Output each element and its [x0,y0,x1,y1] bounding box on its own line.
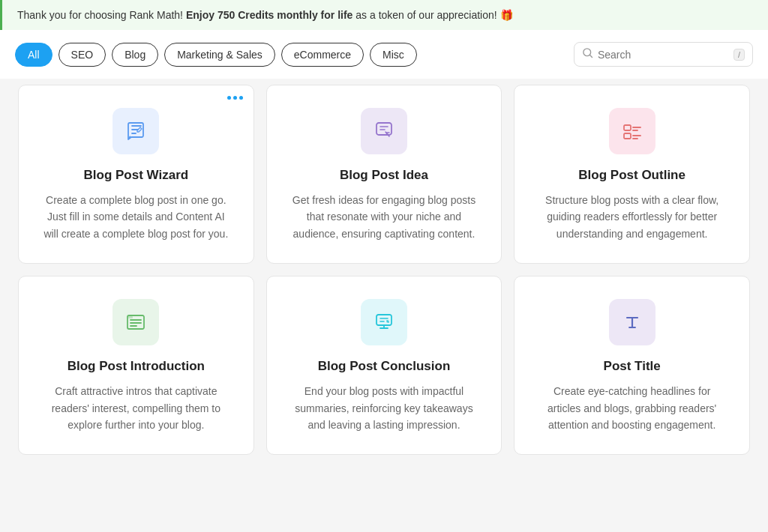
card-title-blog-post-conclusion: Blog Post Conclusion [318,359,451,374]
card-icon-blog-post-idea [361,108,407,154]
search-box[interactable]: / [574,42,753,67]
card-blog-post-outline[interactable]: Blog Post Outline Structure blog posts w… [514,85,750,264]
card-blog-post-conclusion[interactable]: Blog Post Conclusion End your blog posts… [266,276,502,455]
cards-grid: Blog Post Wizard Create a complete blog … [0,79,768,473]
card-desc-blog-post-wizard: Create a complete blog post in one go. J… [40,192,232,242]
card-title-post-title: Post Title [604,359,661,374]
card-blog-post-introduction[interactable]: Blog Post Introduction Craft attractive … [18,276,254,455]
dot2 [233,96,237,100]
svg-rect-4 [624,133,631,139]
filter-btn-blog[interactable]: Blog [112,43,158,67]
search-shortcut: / [734,49,745,61]
search-input[interactable] [598,49,729,61]
filter-btn-ecommerce[interactable]: eCommerce [281,43,364,67]
card-icon-blog-post-conclusion [361,299,407,345]
search-icon [582,47,593,61]
card-title-blog-post-wizard: Blog Post Wizard [84,168,189,183]
card-post-title[interactable]: Post Title Create eye-catching headlines… [514,276,750,455]
banner: Thank you for choosing Rank Math! Enjoy … [0,0,768,30]
filter-bar: AllSEOBlogMarketing & SaleseCommerceMisc… [0,30,768,79]
dot1 [227,96,231,100]
card-blog-post-wizard[interactable]: Blog Post Wizard Create a complete blog … [18,85,254,264]
card-desc-blog-post-introduction: Craft attractive intros that captivate r… [40,383,232,433]
filter-buttons: AllSEOBlogMarketing & SaleseCommerceMisc [15,43,417,67]
filter-btn-all[interactable]: All [15,43,52,67]
card-icon-blog-post-outline [609,108,656,154]
card-title-blog-post-introduction: Blog Post Introduction [68,359,205,374]
card-desc-blog-post-outline: Structure blog posts with a clear flow, … [536,192,728,242]
filter-btn-marketing[interactable]: Marketing & Sales [164,43,275,67]
filter-btn-seo[interactable]: SEO [58,43,106,67]
svg-line-1 [590,55,592,57]
card-title-blog-post-idea: Blog Post Idea [340,168,428,183]
card-icon-blog-post-wizard [112,108,159,154]
svg-rect-13 [128,316,133,318]
banner-text: Thank you for choosing Rank Math! Enjoy … [17,9,513,21]
card-desc-blog-post-idea: Get fresh ideas for engaging blog posts … [288,192,481,242]
svg-rect-3 [624,125,631,130]
card-title-blog-post-outline: Blog Post Outline [578,168,686,183]
dot3 [239,96,243,100]
card-icon-post-title [609,299,656,345]
card-desc-blog-post-conclusion: End your blog posts with impactful summa… [288,383,481,433]
card-icon-blog-post-introduction [112,299,159,345]
card-blog-post-idea[interactable]: Blog Post Idea Get fresh ideas for engag… [266,85,502,264]
filter-btn-misc[interactable]: Misc [370,43,417,67]
card-desc-post-title: Create eye-catching headlines for articl… [536,383,728,433]
svg-rect-14 [376,315,392,325]
more-options-btn[interactable] [227,96,243,100]
